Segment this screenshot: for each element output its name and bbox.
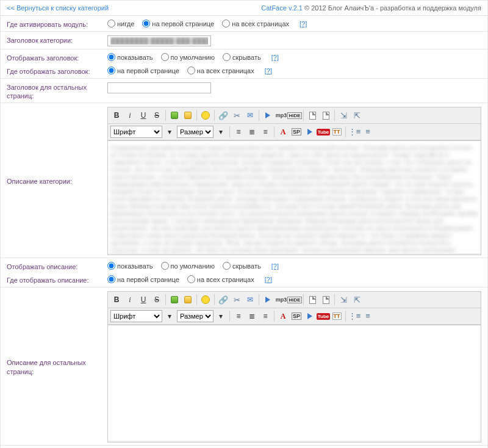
italic-icon[interactable]: i	[124, 294, 136, 306]
mp3-icon[interactable]: mp3	[275, 109, 287, 121]
label-other-desc: Описание для остальных страниц:	[7, 356, 107, 376]
email-icon[interactable]: ✉	[244, 294, 256, 306]
align-right-icon[interactable]: ≡	[259, 126, 271, 138]
opt-activate-first[interactable]: на первой странице	[142, 20, 214, 27]
toolbar-4: Шрифт ▾ Размер ▾ ≡ ≣ ≡ A SP Tube TT ⋮≡	[108, 308, 481, 325]
strike-icon[interactable]: S	[151, 109, 163, 121]
spoiler-icon[interactable]: SP	[290, 126, 303, 138]
page2-icon[interactable]	[320, 294, 332, 306]
toolbar-2: Шрифт ▾ Размер ▾ ≡ ≣ ≡ A SP Tube TT ⋮≡	[108, 124, 481, 140]
unlink-icon[interactable]: ✂	[231, 294, 243, 306]
underline-icon[interactable]: U	[137, 109, 149, 121]
youtube-icon[interactable]: Tube	[317, 126, 329, 138]
opt-show-title-hide[interactable]: скрывать	[223, 54, 261, 61]
submit-row: Сохранить	[1, 446, 487, 448]
align-center-icon[interactable]: ≣	[246, 310, 258, 322]
tt-icon[interactable]: TT	[331, 126, 343, 138]
font-dd-icon[interactable]: ▾	[163, 310, 176, 322]
folder-icon[interactable]	[182, 109, 194, 121]
ul-icon[interactable]: ⋮≡	[348, 126, 361, 138]
size-dd-icon[interactable]: ▾	[215, 310, 227, 322]
color-icon[interactable]: A	[277, 310, 289, 322]
help-where-title[interactable]: [?]	[265, 67, 272, 74]
input-cat-title[interactable]	[107, 35, 211, 46]
smile-icon[interactable]	[199, 294, 212, 306]
mp3-icon[interactable]: mp3	[275, 294, 287, 306]
email-icon[interactable]: ✉	[244, 109, 256, 121]
opt-show-desc-show[interactable]: показывать	[107, 262, 152, 270]
row-other-title: Заголовок для остальных страниц:	[1, 79, 487, 104]
editor-cat-desc: B i U S 🔗 ✂ ✉ mp3 HIDE	[107, 107, 481, 255]
opt-show-title-show[interactable]: показывать	[107, 54, 152, 61]
font-dd-icon[interactable]: ▾	[163, 126, 176, 138]
hide-icon[interactable]: HIDE	[289, 109, 301, 121]
ol-icon[interactable]: ≡	[362, 310, 374, 322]
header-credits: CatFace v.2.1 © 2012 Блог АлаичЪ'а - раз…	[261, 4, 481, 12]
unlink-icon[interactable]: ✂	[231, 109, 243, 121]
anchor-icon[interactable]: ⇱	[351, 109, 363, 121]
smile-icon[interactable]	[199, 109, 212, 121]
textarea-other-desc[interactable]	[108, 325, 481, 441]
align-left-icon[interactable]: ≡	[232, 126, 245, 138]
size-select[interactable]: Размер	[177, 126, 214, 138]
input-other-title[interactable]	[107, 82, 211, 93]
back-link[interactable]: << Вернуться к списку категорий	[7, 4, 109, 12]
opt-activate-nowhere[interactable]: нигде	[107, 20, 134, 27]
admin-panel: << Вернуться к списку категорий CatFace …	[0, 0, 488, 448]
link-icon[interactable]: 🔗	[217, 294, 229, 306]
app-name-link[interactable]: CatFace v.2.1	[261, 4, 303, 12]
media-play-icon[interactable]	[262, 294, 274, 306]
ul-icon[interactable]: ⋮≡	[348, 310, 361, 322]
image-icon[interactable]	[168, 294, 181, 306]
break-icon[interactable]: ⇲	[337, 109, 350, 121]
opt-show-desc-hide[interactable]: скрывать	[223, 262, 261, 270]
bold-icon[interactable]: B	[110, 109, 123, 121]
size-dd-icon[interactable]: ▾	[215, 126, 227, 138]
folder-icon[interactable]	[182, 294, 194, 306]
flash-icon[interactable]	[304, 310, 316, 322]
label-where-title: Где отображать заголовок:	[7, 65, 107, 76]
help-activate[interactable]: [?]	[300, 20, 307, 27]
strike-icon[interactable]: S	[151, 294, 163, 306]
opt-activate-all[interactable]: на всех страницах	[222, 20, 289, 27]
media-play-icon[interactable]	[262, 109, 274, 121]
image-icon[interactable]	[168, 109, 181, 121]
help-show-title[interactable]: [?]	[271, 54, 279, 61]
link-icon[interactable]: 🔗	[217, 109, 229, 121]
page2-icon[interactable]	[320, 109, 332, 121]
help-show-desc[interactable]: [?]	[271, 262, 279, 270]
underline-icon[interactable]: U	[137, 294, 149, 306]
hide-icon[interactable]: HIDE	[289, 294, 301, 306]
tt-icon[interactable]: TT	[331, 310, 343, 322]
ol-icon[interactable]: ≡	[362, 126, 374, 138]
flash-icon[interactable]	[304, 126, 316, 138]
italic-icon[interactable]: i	[124, 109, 136, 121]
opt-where-desc-first[interactable]: на первой странице	[107, 276, 179, 283]
anchor-icon[interactable]: ⇱	[351, 294, 363, 306]
size-select[interactable]: Размер	[177, 310, 214, 322]
row-cat-title: Заголовок категории:	[1, 32, 487, 49]
align-left-icon[interactable]: ≡	[232, 310, 245, 322]
youtube-icon[interactable]: Tube	[317, 310, 329, 322]
textarea-cat-desc[interactable]: Содержимое описания категории скрыто раз…	[108, 140, 481, 253]
align-right-icon[interactable]: ≡	[259, 310, 271, 322]
opt-where-title-first[interactable]: на первой странице	[107, 67, 179, 74]
spoiler-icon[interactable]: SP	[290, 310, 303, 322]
label-show-title: Отображать заголовок:	[7, 52, 107, 62]
align-center-icon[interactable]: ≣	[246, 126, 258, 138]
row-activate: Где активировать модуль: нигде на первой…	[1, 16, 487, 32]
label-show-desc: Отображать описание:	[7, 261, 107, 271]
page1-icon[interactable]	[306, 294, 318, 306]
page1-icon[interactable]	[306, 109, 318, 121]
color-icon[interactable]: A	[277, 126, 289, 138]
opt-show-title-default[interactable]: по умолчанию	[161, 54, 215, 61]
font-select[interactable]: Шрифт	[110, 310, 162, 322]
opt-show-desc-default[interactable]: по умолчанию	[161, 262, 215, 270]
font-select[interactable]: Шрифт	[110, 126, 162, 138]
toolbar-3: B i U S 🔗 ✂ ✉ mp3 HIDE	[108, 292, 481, 308]
help-where-desc[interactable]: [?]	[265, 276, 272, 283]
bold-icon[interactable]: B	[110, 294, 123, 306]
opt-where-desc-all[interactable]: на всех страницах	[187, 276, 254, 283]
opt-where-title-all[interactable]: на всех страницах	[187, 67, 254, 74]
break-icon[interactable]: ⇲	[337, 294, 350, 306]
